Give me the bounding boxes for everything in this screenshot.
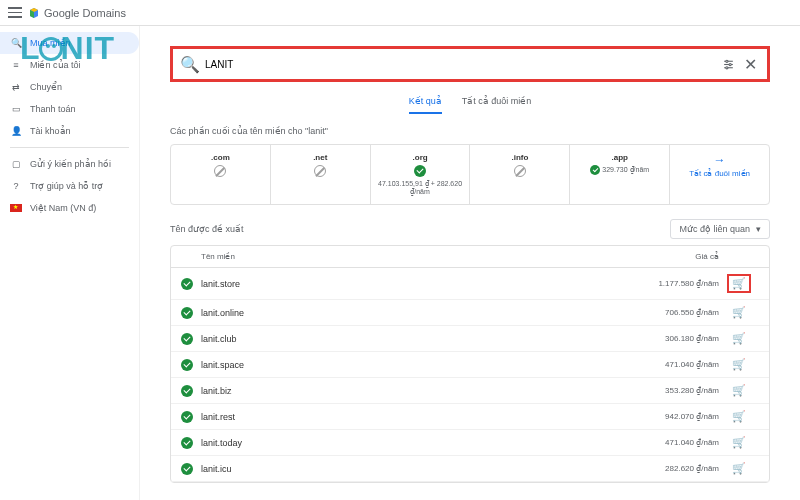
sidebar-item-transfer[interactable]: ⇄Chuyển (0, 76, 139, 98)
domain-name: lanit.store (201, 279, 629, 289)
cart-icon[interactable]: 🛒 (732, 436, 746, 448)
chevron-down-icon: ▾ (756, 224, 761, 234)
domain-name: lanit.today (201, 438, 629, 448)
sidebar-item-label: Mua miền (30, 38, 71, 48)
domain-name: lanit.club (201, 334, 629, 344)
clear-icon[interactable]: ✕ (743, 57, 757, 71)
sidebar-item-label: Gửi ý kiến phản hồi (30, 159, 111, 169)
tab-all-endings[interactable]: Tất cả đuôi miền (462, 90, 532, 114)
tld-app[interactable]: .app329.730 ₫/năm (570, 145, 670, 204)
table-row[interactable]: lanit.icu282.620 ₫/năm🛒 (171, 456, 769, 482)
search-highlight-box: 🔍 ✕ (170, 46, 770, 82)
domain-price: 942.070 ₫/năm (629, 412, 719, 421)
tld-org[interactable]: .org47.103.155,91 ₫ + 282.620 ₫/năm (371, 145, 471, 204)
sidebar-item-billing[interactable]: ▭Thanh toán (0, 98, 139, 120)
flag-icon (10, 202, 22, 214)
domain-price: 306.180 ₫/năm (629, 334, 719, 343)
table-row[interactable]: lanit.online706.550 ₫/năm🛒 (171, 300, 769, 326)
col-price: Giá cả (629, 252, 719, 261)
sidebar-item-locale[interactable]: Việt Nam (VN đ) (0, 197, 139, 219)
table-row[interactable]: lanit.rest942.070 ₫/năm🛒 (171, 404, 769, 430)
domain-name: lanit.rest (201, 412, 629, 422)
unavailable-icon (314, 165, 326, 177)
filter-icon[interactable] (721, 57, 735, 71)
unavailable-icon (514, 165, 526, 177)
suggestions-title: Tên được đề xuất (170, 224, 244, 234)
help-icon: ? (10, 180, 22, 192)
sidebar-item-label: Việt Nam (VN đ) (30, 203, 96, 213)
sidebar-item-label: Trợ giúp và hỗ trợ (30, 181, 103, 191)
domain-price: 706.550 ₫/năm (629, 308, 719, 317)
sidebar-item-label: Tài khoản (30, 126, 71, 136)
tab-results[interactable]: Kết quả (409, 90, 442, 114)
domain-name: lanit.online (201, 308, 629, 318)
arrow-right-icon: → (674, 153, 765, 167)
sidebar-item-label: Chuyển (30, 82, 62, 92)
sort-dropdown[interactable]: Mức độ liên quan▾ (670, 219, 770, 239)
transfer-icon: ⇄ (10, 81, 22, 93)
cart-icon[interactable]: 🛒 (732, 306, 746, 318)
cart-icon[interactable]: 🛒 (732, 277, 746, 289)
cart-icon[interactable]: 🛒 (732, 462, 746, 474)
svg-point-4 (729, 63, 731, 65)
cart-icon[interactable]: 🛒 (732, 384, 746, 396)
hamburger-menu-icon[interactable] (8, 6, 22, 20)
domain-price: 353.280 ₫/năm (629, 386, 719, 395)
tld-row: .com .net .org47.103.155,91 ₫ + 282.620 … (170, 144, 770, 205)
domain-price: 1.177.580 ₫/năm (629, 279, 719, 288)
tld-section-title: Các phần cuối của tên miền cho "lanit" (170, 126, 770, 136)
google-domains-icon (28, 7, 40, 19)
check-icon (181, 307, 193, 319)
table-row[interactable]: lanit.club306.180 ₫/năm🛒 (171, 326, 769, 352)
brand-text: Google Domains (44, 7, 126, 19)
table-row[interactable]: lanit.store1.177.580 ₫/năm🛒 (171, 268, 769, 300)
domain-name: lanit.space (201, 360, 629, 370)
svg-point-3 (725, 60, 727, 62)
table-row[interactable]: lanit.today471.040 ₫/năm🛒 (171, 430, 769, 456)
check-icon (181, 411, 193, 423)
domain-price: 282.620 ₫/năm (629, 464, 719, 473)
tld-net[interactable]: .net (271, 145, 371, 204)
sidebar-item-account[interactable]: 👤Tài khoản (0, 120, 139, 142)
tld-com[interactable]: .com (171, 145, 271, 204)
logo: Google Domains (28, 7, 126, 19)
feedback-icon: ▢ (10, 158, 22, 170)
svg-point-5 (725, 66, 727, 68)
unavailable-icon (214, 165, 226, 177)
search-input[interactable] (205, 59, 713, 70)
suggestions-table: Tên miềnGiá cả lanit.store1.177.580 ₫/nă… (170, 245, 770, 483)
sidebar-item-help[interactable]: ?Trợ giúp và hỗ trợ (0, 175, 139, 197)
sidebar-item-mydomains[interactable]: ≡Miền của tôi (0, 54, 139, 76)
check-icon (181, 385, 193, 397)
sidebar-item-buy[interactable]: 🔍Mua miền (0, 32, 139, 54)
check-icon (181, 463, 193, 475)
user-icon: 👤 (10, 125, 22, 137)
check-icon (414, 165, 426, 177)
table-row[interactable]: lanit.space471.040 ₫/năm🛒 (171, 352, 769, 378)
sidebar-item-label: Thanh toán (30, 104, 76, 114)
check-icon (181, 437, 193, 449)
col-name: Tên miền (181, 252, 629, 261)
sidebar-item-label: Miền của tôi (30, 60, 81, 70)
check-icon (181, 359, 193, 371)
card-icon: ▭ (10, 103, 22, 115)
domain-name: lanit.biz (201, 386, 629, 396)
search-icon: 🔍 (10, 37, 22, 49)
sidebar-item-feedback[interactable]: ▢Gửi ý kiến phản hồi (0, 153, 139, 175)
cart-icon[interactable]: 🛒 (732, 332, 746, 344)
cart-icon[interactable]: 🛒 (732, 410, 746, 422)
check-icon (590, 165, 600, 175)
tld-all-link[interactable]: →Tất cả đuôi miền (670, 145, 769, 204)
domain-price: 471.040 ₫/năm (629, 360, 719, 369)
check-icon (181, 278, 193, 290)
table-row[interactable]: lanit.biz353.280 ₫/năm🛒 (171, 378, 769, 404)
list-icon: ≡ (10, 59, 22, 71)
sidebar: 🔍Mua miền ≡Miền của tôi ⇄Chuyển ▭Thanh t… (0, 26, 140, 500)
domain-name: lanit.icu (201, 464, 629, 474)
search-icon: 🔍 (183, 57, 197, 71)
check-icon (181, 333, 193, 345)
cart-icon[interactable]: 🛒 (732, 358, 746, 370)
tld-info[interactable]: .info (470, 145, 570, 204)
domain-price: 471.040 ₫/năm (629, 438, 719, 447)
